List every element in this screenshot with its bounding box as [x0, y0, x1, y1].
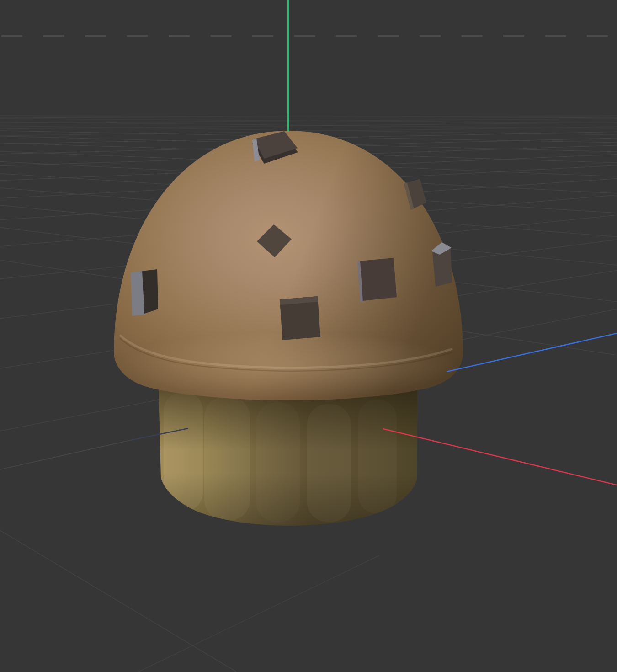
- viewport-canvas[interactable]: [0, 0, 617, 672]
- chip-right-square[interactable]: [360, 258, 397, 301]
- rim-highlight: [119, 332, 459, 398]
- chip-left-cube-dark-face[interactable]: [142, 269, 158, 314]
- chip-right-cube-front[interactable]: [432, 249, 452, 287]
- grid-line-near-left: [0, 530, 237, 672]
- axis-x-red: [383, 429, 617, 485]
- 3d-viewport[interactable]: [0, 0, 617, 672]
- cup-bottom-shade: [155, 457, 420, 530]
- grid-line-z-axis-far: [0, 440, 133, 469]
- grid-line-near-right: [138, 555, 379, 672]
- axis-z-blue: [447, 333, 617, 372]
